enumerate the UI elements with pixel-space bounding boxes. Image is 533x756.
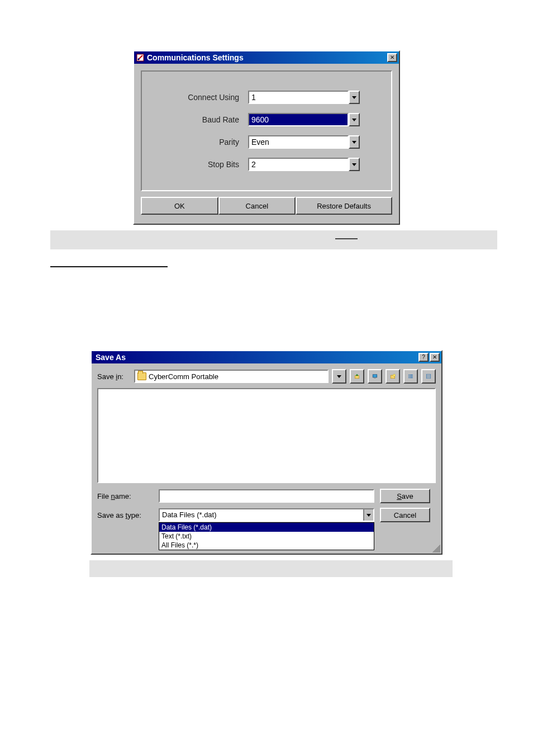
stop-bits-label: Stop Bits (153, 160, 248, 169)
save-as-type-label: Save as type: (97, 511, 153, 519)
file-name-label: File name: (97, 492, 153, 500)
figure-caption-bar-2 (89, 560, 453, 577)
details-view-icon (426, 372, 431, 381)
resize-grip-icon[interactable] (432, 545, 440, 552)
baud-rate-label: Baud Rate (153, 115, 248, 124)
connect-using-combo[interactable]: 1 (248, 91, 360, 104)
chevron-down-icon (352, 119, 356, 121)
chevron-down-icon (367, 514, 371, 517)
chevron-down-icon (352, 96, 356, 99)
comm-app-icon (136, 53, 145, 62)
save-as-type-value: Data Files (*.dat) (160, 509, 363, 521)
comm-title: Communications Settings (147, 53, 387, 62)
saveas-close-button[interactable]: ✕ (430, 353, 440, 362)
stop-bits-dropdown-button[interactable] (349, 158, 360, 171)
list-view-button[interactable] (403, 369, 418, 384)
svg-rect-6 (408, 375, 410, 375)
save-in-label: Save in: (97, 372, 131, 381)
baud-rate-value: 9600 (248, 113, 349, 126)
svg-rect-3 (374, 378, 376, 379)
cancel-button[interactable]: Cancel (218, 197, 296, 215)
ok-button[interactable]: OK (141, 197, 218, 215)
save-as-type-combo[interactable]: Data Files (*.dat) (159, 508, 374, 522)
type-option[interactable]: All Files (*.*) (159, 541, 374, 550)
save-as-type-dropdown-button[interactable] (363, 509, 373, 521)
saveas-titlebar[interactable]: Save As ? ✕ (92, 351, 441, 363)
communications-settings-dialog: Communications Settings ✕ Connect Using … (133, 50, 400, 225)
chevron-down-icon (352, 163, 356, 166)
desktop-button[interactable] (368, 369, 382, 384)
svg-point-5 (393, 374, 396, 376)
parity-dropdown-button[interactable] (349, 135, 360, 149)
close-icon: ✕ (432, 354, 437, 360)
baud-rate-dropdown-button[interactable] (349, 113, 360, 126)
parity-label: Parity (153, 138, 248, 147)
figure-caption-bar-1 (50, 230, 497, 249)
svg-rect-8 (408, 376, 410, 376)
help-icon: ? (422, 354, 425, 360)
stop-bits-combo[interactable]: 2 (248, 158, 360, 171)
comm-close-button[interactable]: ✕ (387, 53, 397, 62)
save-in-combo[interactable]: CyberComm Portable (134, 370, 329, 383)
save-as-type-options-list[interactable]: Data Files (*.dat) Text (*.txt) All File… (159, 522, 374, 550)
file-list-area[interactable] (97, 388, 436, 483)
file-name-input[interactable] (159, 489, 374, 503)
save-in-row: Save in: CyberComm Portable (97, 369, 436, 384)
saveas-help-button[interactable]: ? (418, 353, 429, 362)
save-in-value: CyberComm Portable (149, 372, 218, 381)
stop-bits-value: 2 (248, 158, 349, 171)
parity-value: Even (248, 135, 349, 149)
parity-combo[interactable]: Even (248, 135, 360, 149)
list-view-icon (408, 372, 413, 381)
folder-icon (137, 372, 146, 380)
save-as-dialog: Save As ? ✕ Save in: CyberComm Portable (91, 350, 442, 555)
up-one-level-button[interactable] (350, 369, 364, 384)
chevron-down-icon (337, 375, 341, 378)
save-in-dropdown-button[interactable] (332, 369, 346, 384)
saveas-cancel-button[interactable]: Cancel (380, 508, 430, 522)
connect-using-dropdown-button[interactable] (349, 91, 360, 104)
details-view-button[interactable] (421, 369, 436, 384)
document-section (50, 266, 483, 339)
svg-rect-7 (410, 375, 413, 375)
new-folder-icon (390, 372, 396, 381)
svg-rect-12 (426, 374, 431, 379)
desktop-icon (372, 372, 378, 381)
connect-using-label: Connect Using (153, 93, 248, 102)
saveas-title: Save As (93, 353, 418, 362)
svg-rect-2 (373, 375, 377, 377)
svg-rect-10 (408, 377, 410, 378)
chevron-down-icon (352, 141, 356, 144)
svg-rect-1 (355, 376, 359, 379)
close-icon: ✕ (390, 54, 394, 60)
new-folder-button[interactable] (386, 369, 400, 384)
svg-rect-9 (410, 376, 413, 376)
connect-using-value: 1 (248, 91, 349, 104)
comm-settings-panel: Connect Using 1 Baud Rate 9600 Parity (141, 70, 392, 191)
svg-rect-11 (410, 377, 413, 378)
restore-defaults-button[interactable]: Restore Defaults (296, 197, 392, 215)
caption-underline-mark (335, 238, 358, 239)
type-option[interactable]: Text (*.txt) (159, 532, 374, 541)
section-heading-underline (50, 266, 168, 267)
comm-titlebar[interactable]: Communications Settings ✕ (134, 51, 399, 64)
baud-rate-combo[interactable]: 9600 (248, 113, 360, 126)
up-one-level-icon (354, 372, 360, 381)
save-button[interactable]: Save (380, 489, 430, 503)
type-option[interactable]: Data Files (*.dat) (159, 523, 374, 532)
